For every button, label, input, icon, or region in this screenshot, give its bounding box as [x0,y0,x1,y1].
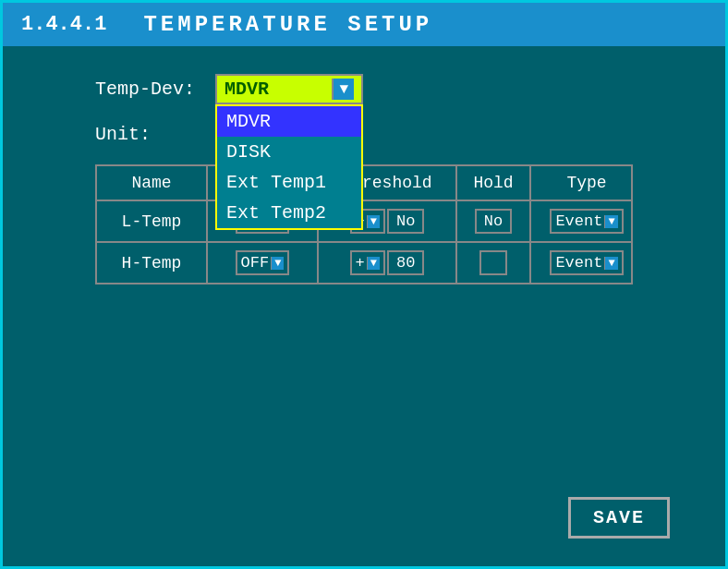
dropdown-option-mdvr[interactable]: MDVR [217,106,361,137]
dropdown-option-disk[interactable]: DISK [217,137,361,167]
dropdown-option-exttemp2[interactable]: Ext Temp2 [217,198,361,228]
ltemp-type-dropdown[interactable]: Event ▼ [550,209,623,234]
unit-label: Unit: [95,124,215,145]
ltemp-name: L-Temp [97,201,208,241]
htemp-hold[interactable] [457,243,531,283]
htemp-name: H-Temp [97,243,208,283]
htemp-enable-dropdown[interactable]: OFF ▼ [236,250,290,275]
ltemp-hold[interactable]: No [457,201,531,241]
ltemp-hold-val[interactable]: No [475,209,512,234]
tempdev-dropdown[interactable]: MDVR ▼ [215,74,363,104]
save-button[interactable]: SAVE [568,497,670,539]
header-title: TEMPERATURE SETUP [143,12,432,37]
htemp-type[interactable]: Event ▼ [531,243,642,283]
htemp-threshold-group: + ▼ 80 [350,250,425,275]
htemp-hold-val[interactable] [479,250,507,275]
dropdown-option-exttemp1[interactable]: Ext Temp1 [217,167,361,198]
screen: 1.4.4.1 TEMPERATURE SETUP Temp-Dev: MDVR… [0,0,728,569]
content: Temp-Dev: MDVR ▼ MDVR DISK Ext Temp1 Ext… [3,46,725,303]
htemp-type-val: Event [555,254,602,272]
htemp-type-arrow[interactable]: ▼ [604,257,617,270]
ltemp-sign-arrow[interactable]: ▼ [367,215,380,228]
tempdev-row: Temp-Dev: MDVR ▼ MDVR DISK Ext Temp1 Ext… [95,74,633,104]
htemp-type-dropdown[interactable]: Event ▼ [550,250,623,275]
header: 1.4.4.1 TEMPERATURE SETUP [3,3,725,46]
ltemp-type-arrow[interactable]: ▼ [604,215,617,228]
tempdev-dropdown-list: MDVR DISK Ext Temp1 Ext Temp2 [215,104,363,230]
col-type: Type [531,166,642,200]
ltemp-type[interactable]: Event ▼ [531,201,642,241]
table-row: L-Temp OFF ▼ + ▼ No [97,201,631,243]
ltemp-threshold-val[interactable]: No [387,209,424,234]
htemp-enable-arrow[interactable]: ▼ [271,257,284,270]
tempdev-dropdown-arrow[interactable]: ▼ [332,79,354,100]
col-name: Name [97,166,208,200]
unit-row: Unit: °C ▼ [95,119,633,150]
table-header: Name Enable Threshold Hold Type [97,166,631,201]
htemp-enable[interactable]: OFF ▼ [208,243,319,283]
tempdev-value: MDVR [224,79,269,100]
htemp-enable-val: OFF [241,254,270,272]
tempdev-dropdown-container: MDVR ▼ MDVR DISK Ext Temp1 Ext Temp2 [215,74,363,104]
col-hold: Hold [457,166,531,200]
header-id: 1.4.4.1 [21,13,106,36]
htemp-threshold-val[interactable]: 80 [387,250,424,275]
temp-table: Name Enable Threshold Hold Type L-Temp O… [95,164,633,284]
htemp-sign-arrow[interactable]: ▼ [367,257,380,270]
htemp-threshold[interactable]: + ▼ 80 [319,243,457,283]
htemp-sign[interactable]: + ▼ [350,250,385,275]
ltemp-type-val: Event [555,212,602,230]
table-row: H-Temp OFF ▼ + ▼ 80 [97,243,631,283]
tempdev-label: Temp-Dev: [95,79,215,100]
